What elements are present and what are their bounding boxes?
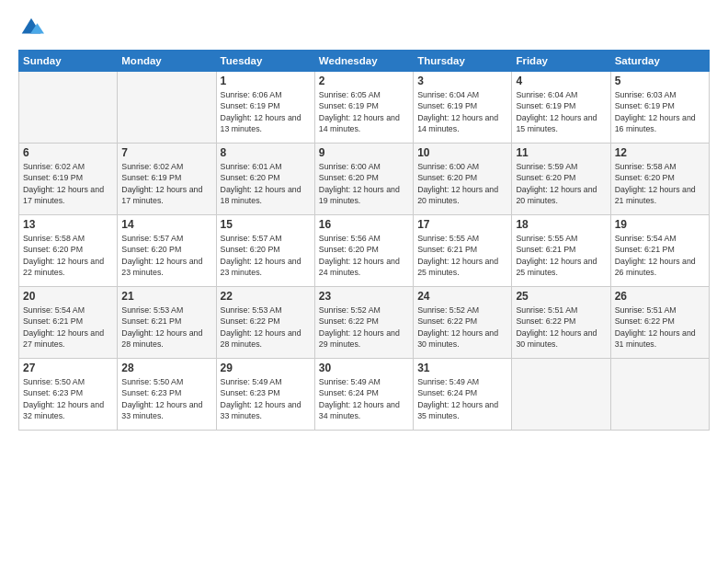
day-number: 19: [615, 218, 705, 231]
day-cell: 10Sunrise: 6:00 AMSunset: 6:20 PMDayligh…: [414, 144, 512, 215]
day-cell: 7Sunrise: 6:02 AMSunset: 6:19 PMDaylight…: [118, 144, 216, 215]
day-cell: 26Sunrise: 5:51 AMSunset: 6:22 PMDayligh…: [610, 287, 709, 359]
day-info: Sunrise: 5:54 AMSunset: 6:21 PMDaylight:…: [23, 304, 113, 350]
day-info: Sunrise: 6:04 AMSunset: 6:19 PMDaylight:…: [516, 89, 606, 134]
day-number: 21: [121, 290, 211, 303]
day-number: 29: [221, 362, 311, 374]
day-cell: 30Sunrise: 5:49 AMSunset: 6:24 PMDayligh…: [314, 359, 413, 431]
day-number: 1: [221, 75, 311, 87]
day-number: 5: [615, 75, 705, 87]
day-cell: 23Sunrise: 5:52 AMSunset: 6:22 PMDayligh…: [314, 287, 413, 359]
day-cell: 19Sunrise: 5:54 AMSunset: 6:21 PMDayligh…: [610, 215, 709, 287]
day-number: 22: [221, 290, 311, 303]
day-info: Sunrise: 5:58 AMSunset: 6:20 PMDaylight:…: [615, 161, 705, 206]
day-number: 28: [121, 362, 211, 374]
header-friday: Friday: [512, 51, 610, 72]
day-cell: 11Sunrise: 5:59 AMSunset: 6:20 PMDayligh…: [512, 144, 610, 215]
header-wednesday: Wednesday: [314, 51, 413, 72]
day-info: Sunrise: 6:01 AMSunset: 6:20 PMDaylight:…: [221, 161, 311, 206]
header-thursday: Thursday: [414, 51, 512, 72]
week-row-5: 27Sunrise: 5:50 AMSunset: 6:23 PMDayligh…: [19, 359, 710, 431]
day-number: 3: [417, 75, 507, 87]
week-row-3: 13Sunrise: 5:58 AMSunset: 6:20 PMDayligh…: [19, 215, 710, 287]
day-cell: 14Sunrise: 5:57 AMSunset: 6:20 PMDayligh…: [118, 215, 216, 287]
day-cell: 17Sunrise: 5:55 AMSunset: 6:21 PMDayligh…: [414, 215, 512, 287]
day-cell: 16Sunrise: 5:56 AMSunset: 6:20 PMDayligh…: [314, 215, 413, 287]
day-number: 12: [615, 146, 705, 159]
header-sunday: Sunday: [19, 51, 118, 72]
day-info: Sunrise: 6:00 AMSunset: 6:20 PMDaylight:…: [417, 161, 507, 206]
week-row-1: 1Sunrise: 6:06 AMSunset: 6:19 PMDaylight…: [19, 72, 710, 144]
day-number: 15: [221, 218, 311, 231]
day-number: 14: [121, 218, 211, 231]
day-number: 20: [23, 290, 113, 303]
day-number: 16: [319, 218, 409, 231]
day-number: 4: [516, 75, 606, 87]
day-cell: 29Sunrise: 5:49 AMSunset: 6:23 PMDayligh…: [216, 359, 314, 431]
day-cell: 27Sunrise: 5:50 AMSunset: 6:23 PMDayligh…: [19, 359, 118, 431]
day-number: 6: [23, 146, 113, 159]
day-cell: 3Sunrise: 6:04 AMSunset: 6:19 PMDaylight…: [414, 72, 512, 144]
day-info: Sunrise: 5:52 AMSunset: 6:22 PMDaylight:…: [417, 304, 507, 350]
calendar-table: SundayMondayTuesdayWednesdayThursdayFrid…: [18, 50, 710, 431]
day-info: Sunrise: 6:00 AMSunset: 6:20 PMDaylight:…: [319, 161, 409, 206]
day-info: Sunrise: 5:57 AMSunset: 6:20 PMDaylight:…: [221, 233, 311, 278]
day-info: Sunrise: 5:50 AMSunset: 6:23 PMDaylight:…: [23, 376, 113, 421]
day-number: 11: [516, 146, 606, 159]
day-cell: 22Sunrise: 5:53 AMSunset: 6:22 PMDayligh…: [216, 287, 314, 359]
day-cell: 25Sunrise: 5:51 AMSunset: 6:22 PMDayligh…: [512, 287, 610, 359]
day-info: Sunrise: 5:49 AMSunset: 6:24 PMDaylight:…: [319, 376, 409, 421]
day-info: Sunrise: 6:05 AMSunset: 6:19 PMDaylight:…: [319, 89, 409, 134]
header-row: SundayMondayTuesdayWednesdayThursdayFrid…: [19, 51, 710, 72]
day-cell: 31Sunrise: 5:49 AMSunset: 6:24 PMDayligh…: [414, 359, 512, 431]
day-cell: 24Sunrise: 5:52 AMSunset: 6:22 PMDayligh…: [414, 287, 512, 359]
day-number: 9: [319, 146, 409, 159]
day-info: Sunrise: 5:52 AMSunset: 6:22 PMDaylight:…: [319, 304, 409, 350]
day-info: Sunrise: 5:59 AMSunset: 6:20 PMDaylight:…: [516, 161, 606, 206]
day-info: Sunrise: 5:58 AMSunset: 6:20 PMDaylight:…: [23, 233, 113, 278]
week-row-2: 6Sunrise: 6:02 AMSunset: 6:19 PMDaylight…: [19, 144, 710, 215]
day-number: 13: [23, 218, 113, 231]
day-info: Sunrise: 5:53 AMSunset: 6:22 PMDaylight:…: [221, 304, 311, 350]
day-number: 24: [417, 290, 507, 303]
day-cell: 21Sunrise: 5:53 AMSunset: 6:21 PMDayligh…: [118, 287, 216, 359]
week-row-4: 20Sunrise: 5:54 AMSunset: 6:21 PMDayligh…: [19, 287, 710, 359]
day-info: Sunrise: 5:56 AMSunset: 6:20 PMDaylight:…: [319, 233, 409, 278]
day-cell: 6Sunrise: 6:02 AMSunset: 6:19 PMDaylight…: [19, 144, 118, 215]
header-tuesday: Tuesday: [216, 51, 314, 72]
day-cell: 4Sunrise: 6:04 AMSunset: 6:19 PMDaylight…: [512, 72, 610, 144]
header-saturday: Saturday: [610, 51, 709, 72]
day-info: Sunrise: 5:55 AMSunset: 6:21 PMDaylight:…: [516, 233, 606, 278]
day-info: Sunrise: 5:57 AMSunset: 6:20 PMDaylight:…: [121, 233, 211, 278]
day-cell: 2Sunrise: 6:05 AMSunset: 6:19 PMDaylight…: [314, 72, 413, 144]
day-number: 27: [23, 362, 113, 374]
day-cell: 18Sunrise: 5:55 AMSunset: 6:21 PMDayligh…: [512, 215, 610, 287]
header-monday: Monday: [118, 51, 216, 72]
day-number: 23: [319, 290, 409, 303]
page-header: [18, 15, 710, 40]
day-cell: 28Sunrise: 5:50 AMSunset: 6:23 PMDayligh…: [118, 359, 216, 431]
day-number: 25: [516, 290, 606, 303]
day-cell: 12Sunrise: 5:58 AMSunset: 6:20 PMDayligh…: [610, 144, 709, 215]
day-cell: 13Sunrise: 5:58 AMSunset: 6:20 PMDayligh…: [19, 215, 118, 287]
day-number: 7: [121, 146, 211, 159]
day-info: Sunrise: 5:51 AMSunset: 6:22 PMDaylight:…: [516, 304, 606, 350]
day-cell: [512, 359, 610, 431]
day-info: Sunrise: 6:06 AMSunset: 6:19 PMDaylight:…: [221, 89, 311, 134]
day-info: Sunrise: 5:49 AMSunset: 6:23 PMDaylight:…: [221, 376, 311, 421]
day-info: Sunrise: 5:53 AMSunset: 6:21 PMDaylight:…: [121, 304, 211, 350]
day-number: 31: [417, 362, 507, 374]
day-cell: [610, 359, 709, 431]
day-cell: [118, 72, 216, 144]
logo: [18, 15, 48, 40]
day-number: 18: [516, 218, 606, 231]
day-number: 26: [615, 290, 705, 303]
day-info: Sunrise: 5:51 AMSunset: 6:22 PMDaylight:…: [615, 304, 705, 350]
day-info: Sunrise: 6:04 AMSunset: 6:19 PMDaylight:…: [417, 89, 507, 134]
day-number: 2: [319, 75, 409, 87]
day-cell: 9Sunrise: 6:00 AMSunset: 6:20 PMDaylight…: [314, 144, 413, 215]
day-info: Sunrise: 6:03 AMSunset: 6:19 PMDaylight:…: [615, 89, 705, 134]
day-number: 30: [319, 362, 409, 374]
day-info: Sunrise: 5:49 AMSunset: 6:24 PMDaylight:…: [417, 376, 507, 421]
day-info: Sunrise: 6:02 AMSunset: 6:19 PMDaylight:…: [23, 161, 113, 206]
